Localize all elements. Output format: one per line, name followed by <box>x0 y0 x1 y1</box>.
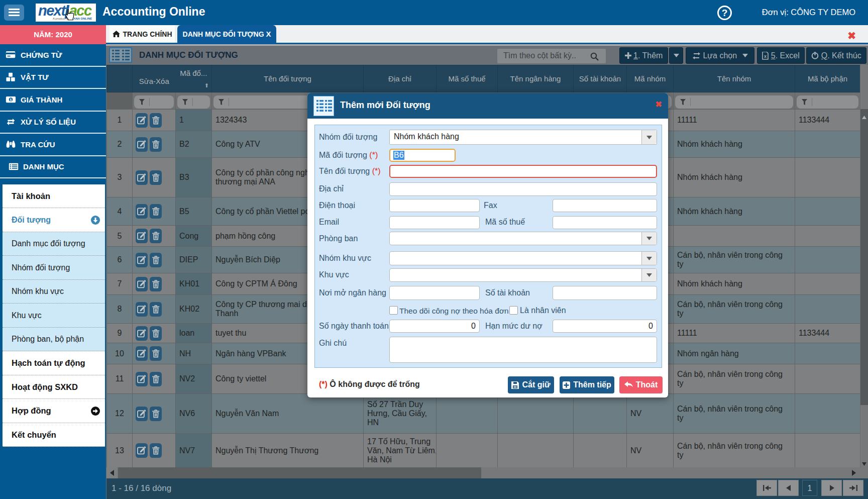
svg-text:x: x <box>764 53 767 58</box>
svg-text:$: $ <box>10 98 12 102</box>
